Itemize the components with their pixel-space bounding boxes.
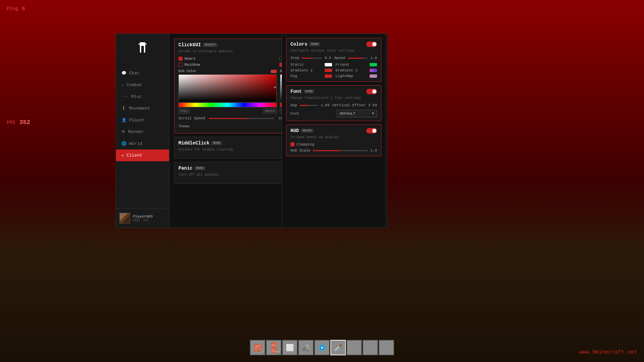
hotbar-slot-7[interactable] (346, 340, 362, 355)
sidebar-item-label: Movement (129, 106, 150, 111)
rainbow-checkbox[interactable]: Rainbow (178, 63, 277, 67)
end-color-section: End Color (178, 69, 277, 114)
sidebar-item-client[interactable]: ✦ Client (116, 149, 169, 161)
clickgui-badge: RSHIFT (203, 43, 217, 47)
speed-slider[interactable] (348, 58, 368, 59)
sidebar-item-label: Client (126, 153, 142, 158)
hotbar-slot-9[interactable] (379, 340, 394, 355)
font-title: Font (290, 89, 302, 94)
sidebar-item-label: Player (129, 118, 145, 123)
gap-slider[interactable] (300, 105, 318, 106)
sidebar-item-label: Combat (126, 82, 142, 87)
voffset-value: 3.59 (368, 103, 377, 107)
panic-badge: NONE (195, 166, 205, 170)
sidebar-item-label: Chat (129, 71, 140, 76)
movement-icon: 🚶 (121, 106, 126, 111)
avatar-uid: UID: 247 (133, 219, 153, 222)
sidebar-item-chat[interactable]: 💬 Chat (116, 67, 169, 79)
sidebar-item-render[interactable]: 👁 Render (116, 126, 169, 138)
hotbar-slot-4[interactable]: 🪨 (298, 340, 314, 355)
end-hue-bar[interactable] (178, 103, 277, 107)
svg-rect-1 (139, 44, 147, 45)
rainbow-box (178, 63, 182, 67)
gap-label: Gap (290, 103, 297, 107)
hud-scale-slider[interactable] (313, 150, 368, 151)
middleclick-title: MiddleClick (178, 140, 209, 146)
end-paste-btn[interactable]: paste (263, 109, 276, 114)
step-speed-row: Step 0.5 Speed 1.0 (290, 56, 377, 60)
hotbar-slot-2[interactable]: 🧱🧱 64 (266, 340, 281, 355)
theme-label: Theme (178, 124, 190, 128)
fps-label: FPS (7, 120, 15, 125)
sidebar-item-player[interactable]: 👤 Player (116, 114, 169, 126)
scroll-speed-label: Scroll Speed (178, 116, 205, 120)
ping-label: Ping (7, 6, 18, 11)
hud-desc: In-Game Heads up Display (290, 135, 377, 139)
middleclick-badge: NONE (211, 141, 222, 145)
fog-row: Fog (290, 74, 332, 78)
hud-scale-label: HUD Scale (290, 148, 310, 153)
font-dropdown[interactable]: DEFAULT ▼ (337, 110, 377, 117)
fog-dot[interactable] (325, 74, 332, 78)
friend-row: Friend (335, 63, 377, 67)
step-slider[interactable] (302, 58, 322, 59)
colors-title: Colors (290, 42, 307, 47)
colors-badge: NONE (309, 42, 320, 46)
client-icon: ✦ (121, 153, 124, 158)
hud-ping: Ping 6 (7, 6, 25, 11)
hud-module-toggle[interactable] (366, 128, 377, 133)
step-value: 0.5 (325, 56, 331, 60)
gap-voffset-row: Gap 1.65 Vertical Offset 3.59 (290, 103, 377, 107)
hud-title: HUD (290, 128, 299, 133)
hotbar-slot-8[interactable] (363, 340, 378, 355)
colors-desc: Configure various color settings (290, 49, 377, 53)
clamping-label: Clamping (297, 142, 314, 146)
svg-rect-5 (141, 46, 144, 47)
gears-box (178, 57, 182, 61)
lightmap-dot[interactable] (370, 74, 377, 78)
hud-badge: GRAVE (301, 129, 313, 133)
colors-header: Colors NONE (290, 42, 377, 47)
friend-dot[interactable] (370, 63, 377, 66)
fps-value: 352 (19, 119, 30, 126)
sidebar-item-combat[interactable]: ⚔ Combat (116, 79, 169, 91)
gap-value: 1.65 (321, 103, 329, 107)
end-copy-btn[interactable]: copy (178, 109, 190, 114)
static-row: Static (290, 63, 332, 67)
panic-title: Panic (178, 166, 193, 171)
render-icon: 👁 (121, 129, 125, 134)
gradient2-dot[interactable] (370, 69, 377, 72)
gears-checkbox[interactable]: Gears (178, 57, 277, 61)
hotbar-slot-3[interactable]: ⬜ (282, 340, 298, 355)
avatar-info: Player983 UID: 247 (133, 215, 153, 222)
hotbar-slot-6[interactable]: 🗡️ (330, 340, 346, 355)
sidebar-item-world[interactable]: 🌐 World (116, 138, 169, 149)
font-desc: Change TempleClient's font settings (290, 96, 377, 100)
gradient1-dot[interactable] (325, 69, 332, 72)
hotbar-slot-1[interactable]: 🧱 64 (250, 340, 265, 355)
static-dot[interactable] (325, 63, 332, 66)
world-icon: 🌐 (121, 141, 126, 146)
avatar (119, 213, 130, 224)
end-color-gradient[interactable] (178, 74, 277, 101)
end-color-cursor (274, 86, 276, 88)
hud-header: HUD GRAVE (290, 128, 377, 133)
end-color-svg (179, 75, 276, 102)
sidebar-item-label: Render (128, 129, 144, 134)
speed-value: 1.0 (370, 56, 377, 60)
sidebar-item-movement[interactable]: 🚶 Movement (116, 103, 169, 114)
gradient1-row: Gradient 1 (290, 68, 332, 72)
scroll-speed-slider[interactable] (209, 118, 274, 119)
hotbar-slot-5[interactable]: 💠 (314, 340, 330, 355)
font-toggle[interactable] (366, 89, 377, 94)
sidebar-item-misc[interactable]: ··· Misc (116, 91, 169, 103)
clamping-row: Clamping (290, 142, 377, 146)
clamping-checkbox[interactable] (290, 142, 294, 146)
end-color-badge (271, 70, 277, 73)
svg-rect-7 (179, 75, 276, 102)
chat-icon: 💬 (121, 71, 126, 76)
font-header: Font NONE (290, 89, 377, 94)
clickgui-title: ClickGUI (178, 42, 201, 48)
avatar-name: Player983 (133, 215, 153, 219)
colors-toggle[interactable] (366, 42, 377, 47)
